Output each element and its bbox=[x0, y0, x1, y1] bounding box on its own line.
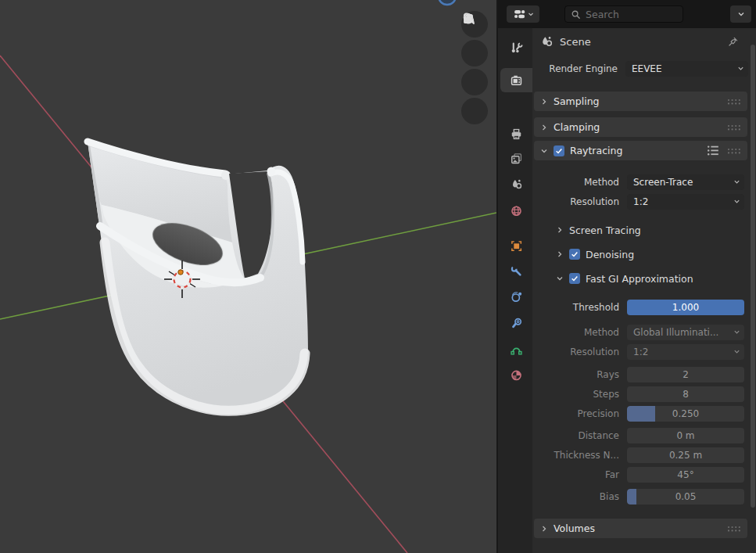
presets-list-icon[interactable] bbox=[707, 145, 719, 156]
object-origin-dot bbox=[178, 270, 183, 275]
fast-gi-checkbox[interactable] bbox=[569, 273, 580, 284]
chevron-right-icon bbox=[556, 250, 564, 258]
grid-icon bbox=[461, 11, 477, 27]
properties-header: Search bbox=[498, 0, 756, 28]
gi-resolution-dropdown[interactable]: 1:2 bbox=[627, 344, 744, 360]
curve-data-icon bbox=[510, 343, 523, 356]
chevron-down-icon bbox=[733, 198, 740, 205]
pan-button[interactable] bbox=[461, 40, 488, 66]
tab-material[interactable] bbox=[500, 363, 532, 387]
tab-output[interactable] bbox=[500, 122, 532, 146]
render-engine-dropdown[interactable]: EEVEE bbox=[625, 61, 748, 77]
scene-icon bbox=[510, 178, 523, 191]
wrench-icon bbox=[510, 264, 523, 278]
raytracing-method-dropdown[interactable]: Screen-Trace bbox=[627, 174, 744, 190]
tab-render[interactable] bbox=[500, 68, 532, 92]
raytracing-checkbox[interactable] bbox=[554, 145, 564, 156]
3d-viewport[interactable] bbox=[0, 0, 496, 553]
chevron-right-icon bbox=[540, 124, 548, 131]
gi-method-dropdown[interactable]: Global Illuminati... bbox=[627, 325, 744, 340]
panel-volumes[interactable]: Volumes bbox=[534, 519, 747, 538]
material-icon bbox=[510, 368, 523, 382]
chevron-down-icon bbox=[733, 178, 740, 185]
pin-icon bbox=[727, 36, 739, 48]
far-row: Far 45° bbox=[534, 465, 756, 483]
raytracing-resolution-dropdown[interactable]: 1:2 bbox=[627, 194, 744, 210]
render-icon bbox=[510, 74, 523, 87]
header-options-button[interactable] bbox=[730, 5, 751, 23]
scene-icon bbox=[539, 34, 554, 48]
chevron-down-icon bbox=[556, 275, 564, 282]
panel-sampling[interactable]: Sampling bbox=[534, 92, 747, 111]
physics-icon bbox=[510, 290, 523, 303]
viewport-scene bbox=[0, 0, 496, 553]
chevron-down-icon bbox=[733, 329, 740, 336]
panel-grip-icon[interactable] bbox=[727, 525, 741, 533]
view-layer-icon bbox=[510, 152, 523, 165]
subpanel-fast-gi[interactable]: Fast GI Approximation bbox=[534, 270, 756, 287]
precision-slider[interactable]: 0.250 bbox=[627, 406, 744, 422]
distance-field[interactable]: 0 m bbox=[627, 428, 744, 443]
steps-row: Steps 8 bbox=[534, 385, 756, 403]
tab-tool[interactable] bbox=[500, 36, 532, 60]
subpanel-screen-tracing[interactable]: Screen Tracing bbox=[534, 221, 756, 239]
camera-view-button[interactable] bbox=[461, 69, 488, 95]
properties-editor: Search bbox=[498, 0, 756, 553]
tab-view-layer[interactable] bbox=[500, 146, 532, 171]
far-field[interactable]: 45° bbox=[627, 467, 744, 483]
chevron-right-icon bbox=[540, 525, 548, 533]
panel-grip-icon[interactable] bbox=[727, 124, 741, 131]
chevron-down-icon bbox=[737, 65, 744, 72]
search-input[interactable]: Search bbox=[564, 5, 683, 23]
threshold-row: Threshold 1.000 bbox=[534, 298, 756, 316]
tab-object-data[interactable] bbox=[500, 337, 532, 361]
bias-row: Bias 0.05 bbox=[534, 487, 756, 505]
panel-raytracing[interactable]: Raytracing bbox=[534, 141, 747, 160]
perspective-grid-button[interactable] bbox=[461, 98, 488, 124]
tab-object[interactable] bbox=[500, 234, 532, 258]
render-engine-row: Render Engine EEVEE bbox=[532, 59, 756, 78]
render-engine-label: Render Engine bbox=[532, 63, 618, 74]
panel-clamping[interactable]: Clamping bbox=[534, 117, 747, 137]
chevron-down-icon bbox=[528, 11, 534, 17]
chevron-down-icon bbox=[737, 10, 745, 18]
constraints-icon bbox=[510, 316, 523, 329]
tab-scene[interactable] bbox=[500, 172, 532, 196]
denoising-checkbox[interactable] bbox=[569, 249, 580, 260]
chevron-down-icon bbox=[540, 147, 548, 155]
check-icon bbox=[555, 147, 563, 155]
threshold-slider[interactable]: 1.000 bbox=[627, 300, 744, 315]
properties-editor-icon bbox=[513, 8, 526, 20]
breadcrumb-scene-label: Scene bbox=[560, 36, 591, 48]
tab-constraints[interactable] bbox=[500, 311, 532, 335]
thickness-field[interactable]: 0.25 m bbox=[627, 447, 744, 463]
check-icon bbox=[571, 275, 579, 282]
properties-content: Scene Render Engine EEVEE bbox=[532, 28, 756, 553]
search-placeholder: Search bbox=[586, 9, 619, 20]
panel-grip-icon[interactable] bbox=[727, 147, 741, 155]
resolution-row: Resolution 1:2 bbox=[534, 192, 756, 210]
breadcrumb: Scene bbox=[532, 28, 756, 55]
editor-type-button[interactable] bbox=[507, 5, 539, 23]
subpanel-denoising[interactable]: Denoising bbox=[534, 246, 756, 263]
rays-field[interactable]: 2 bbox=[627, 367, 744, 382]
chevron-right-icon bbox=[540, 98, 548, 106]
steps-field[interactable]: 8 bbox=[627, 386, 744, 402]
distance-row: Distance 0 m bbox=[534, 426, 756, 444]
output-icon bbox=[510, 127, 523, 141]
tab-modifiers[interactable] bbox=[500, 259, 532, 283]
blender-window: Search bbox=[0, 0, 756, 553]
bias-slider[interactable]: 0.05 bbox=[627, 489, 744, 505]
rays-row: Rays 2 bbox=[534, 365, 756, 383]
gi-method-row: Method Global Illuminati... bbox=[534, 323, 756, 341]
tab-physics[interactable] bbox=[500, 285, 532, 309]
tab-world[interactable] bbox=[500, 199, 532, 223]
object-icon bbox=[510, 239, 523, 253]
method-row: Method Screen-Trace bbox=[534, 173, 756, 191]
properties-scrollbar[interactable] bbox=[751, 45, 755, 508]
pin-button[interactable] bbox=[727, 36, 739, 48]
properties-tab-strip bbox=[498, 28, 532, 553]
precision-row: Precision 0.250 bbox=[534, 404, 756, 422]
panel-grip-icon[interactable] bbox=[727, 98, 741, 106]
chevron-down-icon bbox=[733, 348, 740, 355]
